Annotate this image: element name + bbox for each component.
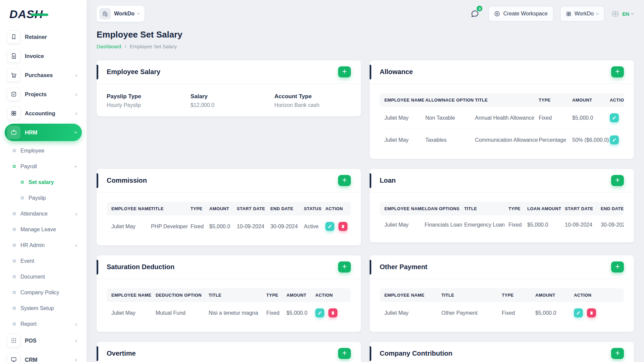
card-other-payment: Other Payment Employee Name Title Type A…: [370, 255, 634, 332]
add-company-contribution-button[interactable]: [611, 348, 624, 359]
add-saturation-deduction-button[interactable]: [338, 261, 351, 273]
column-header: Start Date: [232, 202, 266, 216]
other-payment-table: Employee Name Title Type Amount Action J…: [380, 288, 624, 324]
card-company-contribution: Company Contribution: [370, 342, 634, 362]
building-icon: [99, 8, 111, 19]
topbar: WorkDo 0 Create Workspace WorkDo: [87, 0, 644, 24]
bullet-icon: [13, 228, 16, 231]
cell-type: Fixed: [497, 302, 531, 324]
allowance-table-scroll[interactable]: Employee Name Allownace Option Title Typ…: [380, 93, 624, 151]
field-value: Horizon Bank cash: [274, 102, 351, 108]
workspace-switcher[interactable]: WorkDo: [97, 6, 145, 22]
cell-allowance-option: Non Taxable: [421, 107, 470, 129]
add-overtime-button[interactable]: [338, 348, 351, 359]
sidebar-item-employee[interactable]: Employee: [5, 143, 82, 159]
edit-button[interactable]: [610, 113, 619, 122]
column-header: Employee Name: [380, 288, 437, 302]
sidebar-item-attendance[interactable]: Attendance: [5, 206, 82, 222]
edit-button[interactable]: [315, 308, 324, 317]
edit-button[interactable]: [574, 308, 583, 317]
sidebar-item-label: Accounting: [25, 110, 71, 117]
sidebar-item-document[interactable]: Document: [5, 269, 82, 285]
cell-amount: $5,000.0: [568, 107, 605, 129]
sidebar-item-manage-leave[interactable]: Manage Leave: [5, 222, 82, 237]
cell-loan-option: Financials Loan: [420, 216, 460, 234]
create-workspace-button[interactable]: Create Workspace: [488, 6, 553, 21]
sidebar-item-system-setup[interactable]: System Setup: [5, 300, 82, 316]
sidebar-item-label: Manage Leave: [20, 227, 77, 233]
add-allowance-button[interactable]: [611, 66, 624, 77]
language-selector[interactable]: EN: [611, 10, 634, 18]
sidebar-item-event[interactable]: Event: [5, 253, 82, 269]
table-row: Juliet May Financials Loan Emergency Loa…: [380, 216, 624, 234]
table-header-row: Employee Name Title Type Amount Action: [380, 288, 624, 302]
add-loan-button[interactable]: [611, 175, 624, 186]
sidebar-item-payslip[interactable]: Payslip: [5, 190, 82, 206]
card-title: Other Payment: [380, 263, 427, 271]
field-label: Salary: [191, 93, 274, 100]
sidebar-item-label: Projects: [25, 91, 71, 98]
sidebar-item-label: Payslip: [29, 195, 77, 201]
sidebar-item-report[interactable]: Report: [5, 316, 82, 332]
sidebar-item-accounting[interactable]: Accounting: [5, 105, 82, 122]
sidebar-item-hrm[interactable]: HRM: [5, 124, 82, 141]
edit-button[interactable]: [325, 222, 334, 231]
sidebar-item-retainer[interactable]: Retainer: [5, 28, 82, 46]
sidebar-item-invoice[interactable]: Invoice: [5, 47, 82, 65]
sidebar-item-payroll[interactable]: Payroll: [5, 159, 82, 174]
card-title: Allowance: [380, 68, 413, 76]
add-commission-button[interactable]: [338, 175, 351, 186]
cell-action: [321, 216, 351, 237]
field-value: Hourly Payslip: [107, 102, 191, 108]
chevron-right-icon: [75, 357, 77, 362]
cell-employee-name: Juliet May: [107, 302, 151, 324]
workdo-menu-button[interactable]: WorkDo: [560, 6, 605, 21]
delete-button[interactable]: [338, 222, 347, 231]
saturation-table-scroll[interactable]: Employee Name Deduction Option Title Typ…: [107, 288, 351, 324]
allowance-table: Employee Name Allownace Option Title Typ…: [380, 93, 624, 151]
chevron-right-icon: [75, 211, 77, 217]
breadcrumb-dashboard-link[interactable]: Dashboard: [97, 44, 121, 49]
pos-icon: [7, 334, 20, 347]
cards-grid: Employee Salary Payslip Type Hourly Pays…: [97, 60, 634, 362]
add-other-payment-button[interactable]: [611, 261, 624, 273]
grid-icon: [566, 11, 572, 17]
sidebar-item-pos[interactable]: POS: [5, 332, 82, 349]
commission-table-scroll[interactable]: Employee Name Title Type Amount Start Da…: [107, 202, 351, 237]
other-payment-table-scroll[interactable]: Employee Name Title Type Amount Action J…: [380, 288, 624, 324]
sidebar-item-hr-admin[interactable]: HR Admin: [5, 237, 82, 253]
bullet-icon: [13, 259, 16, 262]
brand-logo[interactable]: DASH: [5, 0, 82, 28]
column-header: Amount: [205, 202, 232, 216]
page-content: Employee Set Salary Dashboard Employee S…: [87, 24, 644, 362]
sidebar-item-crm[interactable]: CRM: [5, 351, 82, 362]
loan-table-scroll[interactable]: Employee Name Loan Options Title Type Lo…: [380, 202, 624, 234]
sidebar-item-label: Purchases: [25, 72, 71, 78]
cell-amount: $5,000.0: [282, 302, 311, 324]
card-employee-salary: Employee Salary Payslip Type Hourly Pays…: [97, 60, 361, 116]
retainer-icon: [7, 30, 20, 44]
column-header: Employee Name: [380, 202, 420, 216]
edit-button[interactable]: [610, 135, 619, 144]
cell-loan-amount: $5,000.0: [523, 216, 560, 234]
delete-button[interactable]: [328, 308, 337, 317]
sidebar-item-projects[interactable]: Projects: [5, 85, 82, 103]
add-employee-salary-button[interactable]: [338, 66, 351, 77]
cell-amount: $5,000.0: [531, 302, 569, 324]
messages-button[interactable]: 0: [468, 7, 482, 20]
card-overtime: Overtime: [97, 342, 361, 362]
sidebar-item-company-policy[interactable]: Company Policy: [5, 285, 82, 300]
circle-plus-icon: [494, 11, 500, 17]
column-header: Deduction Option: [151, 288, 204, 302]
sidebar-item-purchases[interactable]: Purchases: [5, 66, 82, 84]
salary-fields: Payslip Type Hourly Payslip Salary $12,0…: [107, 93, 351, 108]
delete-button[interactable]: [587, 308, 596, 317]
cell-employee-name: Juliet May: [380, 107, 421, 129]
table-header-row: Employee Name Title Type Amount Start Da…: [107, 202, 351, 216]
field-label: Payslip Type: [107, 93, 191, 100]
sidebar-item-set-salary[interactable]: Set salary: [5, 174, 82, 190]
cell-title: Communication Allowance: [470, 129, 534, 151]
grid-icon: [7, 107, 20, 120]
chevron-right-icon: [75, 91, 77, 97]
messages-badge: 0: [477, 6, 482, 11]
